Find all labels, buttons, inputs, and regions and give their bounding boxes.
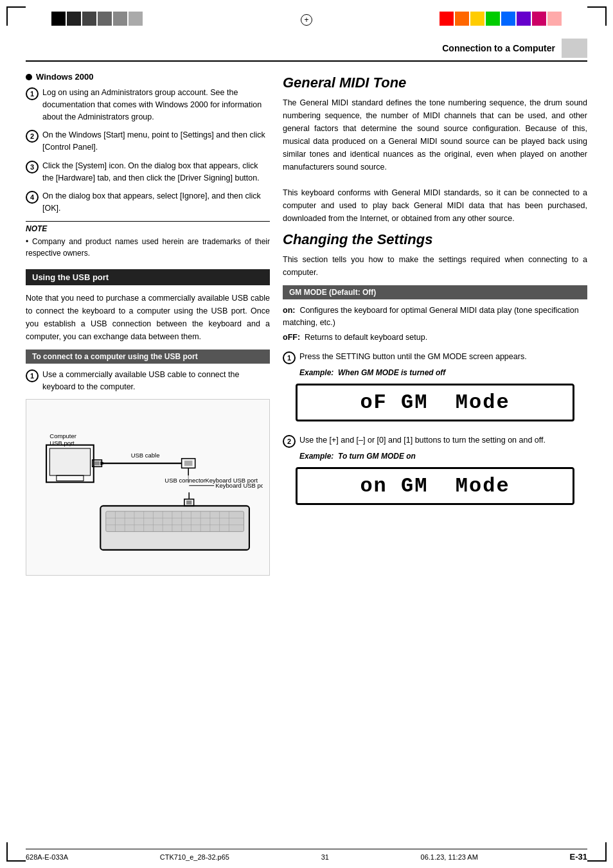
footer-center: CTK710_e_28-32.p65 xyxy=(160,853,229,861)
footer-page-num: 31 xyxy=(321,853,329,861)
page-header-title: Connection to a Computer xyxy=(442,43,555,53)
header-box xyxy=(562,39,587,58)
svg-text:Computer: Computer xyxy=(49,432,76,439)
left-column: Windows 2000 1 Log on using an Administr… xyxy=(26,72,270,582)
usb-diagram-svg: Computer USB port USB cable USB connecto… xyxy=(33,411,263,567)
footer-left: 628A-E-033A xyxy=(26,853,68,861)
step-4-text: On the dialog box that appears, select [… xyxy=(42,190,270,215)
changing-settings-heading: Changing the Settings xyxy=(283,231,587,248)
svg-rect-18 xyxy=(106,511,244,532)
gm-step-1-example-label: Example: When GM MODE is turned off xyxy=(299,368,587,377)
frame-corner-br xyxy=(587,842,607,862)
gm-on-line: on: Configures the keyboard for optimal … xyxy=(283,305,587,329)
svg-rect-35 xyxy=(186,500,191,504)
windows-section-title: Windows 2000 xyxy=(26,72,270,82)
step-2-number: 2 xyxy=(26,130,39,143)
step-3: 3 Click the [System] icon. On the dialog… xyxy=(26,160,270,184)
page-footer: 628A-E-033A CTK710_e_28-32.p65 31 06.1.2… xyxy=(26,849,587,862)
color-bar-left xyxy=(51,12,143,26)
page-header: Connection to a Computer xyxy=(26,39,587,62)
compass-mark xyxy=(301,14,312,26)
gm-step-2-number: 2 xyxy=(283,435,296,448)
gm-step-2-area: 2 Use the [+] and [–] or [0] and [1] but… xyxy=(283,434,587,505)
svg-rect-2 xyxy=(57,475,84,481)
bullet-icon xyxy=(26,74,32,80)
step-2: 2 On the Windows [Start] menu, point to … xyxy=(26,129,270,154)
right-column: General MIDI Tone The General MIDI stand… xyxy=(283,72,587,582)
svg-rect-1 xyxy=(49,448,90,475)
svg-text:USB cable: USB cable xyxy=(131,452,160,459)
gm-on-label: on: xyxy=(283,306,295,315)
gm-off-label: oFF: xyxy=(283,333,300,342)
gm-mode-display-1: oF GM Mode xyxy=(296,384,574,421)
step-4: 4 On the dialog box that appears, select… xyxy=(26,190,270,215)
general-midi-body: The General MIDI standard defines the to… xyxy=(283,96,587,225)
footer-date: 06.1.23, 11:23 AM xyxy=(421,853,478,861)
svg-marker-9 xyxy=(100,461,105,465)
gm-step-2-text: Use the [+] and [–] or [0] and [1] butto… xyxy=(299,434,546,447)
svg-rect-12 xyxy=(184,461,193,466)
gm-step-1-area: 1 Press the SETTING button until the GM … xyxy=(283,351,587,421)
general-midi-heading: General MIDI Tone xyxy=(283,75,587,91)
frame-corner-tl xyxy=(6,6,26,26)
frame-corner-bl xyxy=(6,842,26,862)
changing-settings-intro: This section tells you how to make the s… xyxy=(283,253,587,279)
gm-off-text: Returns to default keyboard setup. xyxy=(305,333,427,342)
usb-section-body: Note that you need to purchase a commerc… xyxy=(26,292,270,343)
gm-step-1: 1 Press the SETTING button until the GM … xyxy=(283,351,587,364)
gm-mode-display-2: on GM Mode xyxy=(296,467,574,505)
step-1: 1 Log on using an Administrators group a… xyxy=(26,87,270,123)
usb-section-header: Using the USB port xyxy=(26,269,270,285)
step-3-text: Click the [System] icon. On the dialog b… xyxy=(42,160,270,184)
page-content: Connection to a Computer Windows 2000 1 … xyxy=(26,39,587,829)
gm-step-2-example-label: Example: To turn GM MODE on xyxy=(299,452,587,461)
gm-on-text: Configures the keyboard for optimal Gene… xyxy=(283,306,579,327)
main-columns: Windows 2000 1 Log on using an Administr… xyxy=(26,72,587,582)
step-1-text: Log on using an Administrators group acc… xyxy=(42,87,270,123)
page-number: E-31 xyxy=(570,852,587,862)
gm-step-2: 2 Use the [+] and [–] or [0] and [1] but… xyxy=(283,434,587,448)
gm-off-line: oFF: Returns to default keyboard setup. xyxy=(283,332,587,344)
step-2-text: On the Windows [Start] menu, point to [S… xyxy=(42,129,270,154)
step-4-number: 4 xyxy=(26,191,39,204)
note-text: • Company and product names used herein … xyxy=(26,236,270,259)
usb-step-1: 1 Use a commercially available USB cable… xyxy=(26,369,270,393)
frame-corner-tr xyxy=(587,6,607,26)
svg-rect-4 xyxy=(94,461,100,465)
gm-step-1-number: 1 xyxy=(283,351,296,364)
svg-text:USB connector: USB connector xyxy=(164,477,206,484)
gm-step-1-text: Press the SETTING button until the GM MO… xyxy=(299,351,527,363)
note-box: NOTE • Company and product names used he… xyxy=(26,221,270,259)
svg-text:Keyboard USB port: Keyboard USB port xyxy=(215,482,263,489)
color-bar-right xyxy=(440,12,562,26)
step-1-number: 1 xyxy=(26,87,39,100)
usb-diagram: Computer USB port USB cable USB connecto… xyxy=(26,399,270,576)
gm-mode-header: GM MODE (Default: Off) xyxy=(283,285,587,299)
usb-sub-header: To connect to a computer using the USB p… xyxy=(26,350,270,364)
usb-step-1-text: Use a commercially available USB cable t… xyxy=(42,369,270,393)
step-3-number: 3 xyxy=(26,161,39,173)
svg-text:USB port: USB port xyxy=(49,439,75,447)
usb-step-1-number: 1 xyxy=(26,369,39,382)
note-title: NOTE xyxy=(26,224,270,233)
